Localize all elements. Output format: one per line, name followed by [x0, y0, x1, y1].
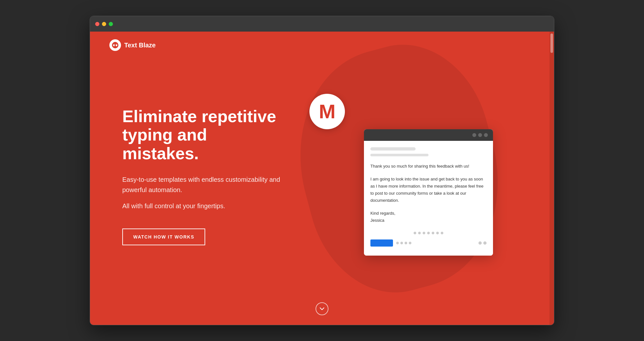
email-footer-dots	[396, 242, 475, 244]
email-header-placeholder	[370, 147, 416, 151]
email-window: Thank you so much for sharing this feedb…	[364, 129, 493, 256]
email-mockup-section: M Thank you so much for sharing this fee…	[303, 97, 535, 256]
logo-area[interactable]: Text Blaze	[109, 39, 156, 51]
svg-point-3	[114, 44, 114, 45]
email-sub-placeholder	[370, 154, 428, 156]
navbar: Text Blaze	[90, 32, 554, 59]
email-window-dot-1	[472, 133, 476, 137]
email-window-dot-2	[478, 133, 482, 137]
email-signature: Kind regards, Jessica	[370, 210, 487, 224]
browser-titlebar	[90, 16, 554, 32]
subtext-2: All with full control at your fingertips…	[122, 201, 284, 211]
email-titlebar	[364, 129, 493, 141]
svg-point-4	[116, 44, 117, 45]
watch-how-it-works-button[interactable]: WATCH HOW IT WORKS	[122, 229, 205, 245]
email-footer-right-controls	[478, 241, 487, 245]
email-dots-decoration	[370, 232, 487, 234]
email-send-button	[370, 239, 393, 247]
email-window-dot-3	[484, 133, 488, 137]
email-body: Thank you so much for sharing this feedb…	[364, 141, 493, 256]
browser-window: Text Blaze Eliminate repetitive typing a…	[90, 16, 554, 325]
close-button[interactable]	[95, 22, 99, 26]
subtext-1: Easy-to-use templates with endless custo…	[122, 174, 284, 195]
email-footer	[370, 239, 487, 249]
text-section: Eliminate repetitive typing and mistakes…	[122, 107, 284, 245]
gmail-icon: M	[309, 94, 345, 129]
logo-text: Text Blaze	[124, 42, 156, 49]
logo-icon	[109, 39, 121, 51]
headline: Eliminate repetitive typing and mistakes…	[122, 107, 284, 163]
scroll-down-button[interactable]	[316, 302, 328, 315]
gmail-letter: M	[319, 102, 336, 122]
email-text-1: Thank you so much for sharing this feedb…	[370, 163, 487, 170]
email-text-2: I am going to look into the issue and ge…	[370, 176, 487, 204]
page-content: Text Blaze Eliminate repetitive typing a…	[90, 32, 554, 325]
main-content: Eliminate repetitive typing and mistakes…	[90, 59, 554, 300]
minimize-button[interactable]	[102, 22, 106, 26]
svg-point-0	[112, 42, 118, 48]
maximize-button[interactable]	[109, 22, 113, 26]
